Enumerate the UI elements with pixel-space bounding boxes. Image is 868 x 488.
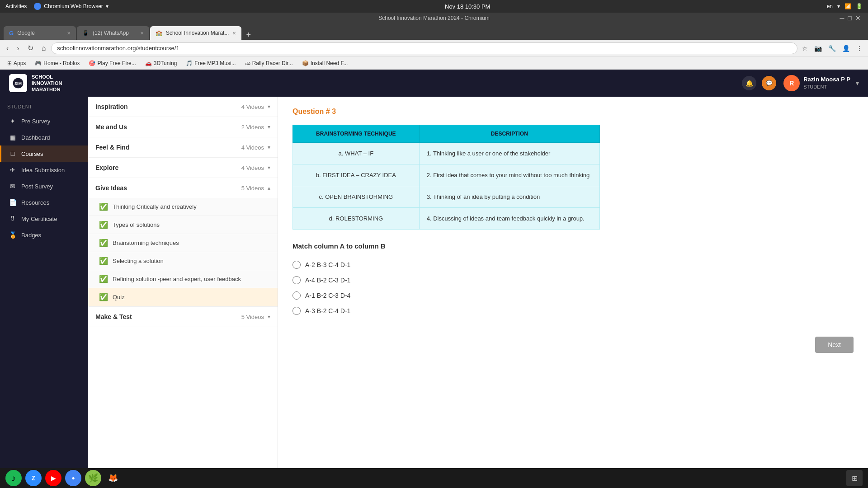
radio-input-3[interactable] bbox=[292, 291, 301, 300]
section-header-explore[interactable]: Explore 4 Videos ▾ bbox=[88, 158, 278, 178]
taskbar-app-icons: ♪ Z ▶ ● 🌿 🦊 bbox=[5, 470, 121, 486]
dashboard-icon: ▦ bbox=[9, 134, 17, 141]
taskbar-spotify[interactable]: ♪ bbox=[5, 470, 22, 486]
window-title: School Innovation Marathon 2024 - Chromi… bbox=[378, 15, 489, 21]
pre-survey-icon: ✦ bbox=[9, 117, 17, 125]
lesson-label-quiz: Quiz bbox=[113, 294, 125, 300]
taskbar-firefox[interactable]: 🦊 bbox=[105, 470, 121, 486]
bookmark-apps[interactable]: ⊞ Apps bbox=[4, 59, 29, 67]
sidebar-item-my-certificate[interactable]: 🎖 My Certificate bbox=[0, 211, 88, 227]
freefire-favicon: 🎯 bbox=[89, 60, 95, 66]
taskbar: ♪ Z ▶ ● 🌿 🦊 ⊞ bbox=[0, 468, 868, 488]
table-row-4: d. ROLESTORMING 4. Discussing of ideas a… bbox=[293, 208, 600, 230]
lesson-label-refining: Refining solution -peer and expert, user… bbox=[113, 276, 241, 282]
profile-button[interactable]: 👤 bbox=[840, 44, 852, 53]
bookmark-mp3[interactable]: 🎵 Free MP3 Musi... bbox=[182, 59, 239, 67]
close-button[interactable]: ✕ bbox=[855, 14, 861, 22]
sidebar-item-resources[interactable]: 📄 Resources bbox=[0, 194, 88, 211]
taskbar-apps-button[interactable]: ⊞ bbox=[846, 470, 863, 486]
radio-option-3[interactable]: A-1 B-2 C-3 D-4 bbox=[292, 288, 854, 303]
radio-option-1[interactable]: A-2 B-3 C-4 D-1 bbox=[292, 257, 854, 272]
lesson-refining[interactable]: ✅ Refining solution -peer and expert, us… bbox=[88, 270, 278, 288]
section-giveideas: Give Ideas 5 Videos ▴ ✅ Thinking Critica… bbox=[88, 178, 278, 307]
radio-input-1[interactable] bbox=[292, 261, 301, 269]
lesson-quiz[interactable]: ✅ Quiz bbox=[88, 288, 278, 306]
bookmark-rally[interactable]: 🏎 Rally Racer Dir... bbox=[241, 59, 297, 67]
user-avatar: R bbox=[783, 75, 800, 91]
tab-close-whatsapp[interactable]: ✕ bbox=[140, 31, 144, 36]
new-tab-button[interactable]: + bbox=[242, 30, 255, 40]
back-button[interactable]: ‹ bbox=[4, 43, 11, 53]
radio-option-2[interactable]: A-4 B-2 C-3 D-1 bbox=[292, 272, 854, 288]
user-dropdown-icon[interactable]: ▾ bbox=[856, 80, 859, 87]
radio-input-4[interactable] bbox=[292, 307, 301, 315]
sidebar-item-dashboard[interactable]: ▦ Dashboard bbox=[0, 129, 88, 145]
lesson-selecting[interactable]: ✅ Selecting a solution bbox=[88, 252, 278, 270]
lesson-thinking[interactable]: ✅ Thinking Critically and creatively bbox=[88, 198, 278, 216]
tab-close-google[interactable]: ✕ bbox=[67, 31, 71, 36]
section-videos-giveideas: 5 Videos bbox=[241, 185, 264, 192]
tab-close-school[interactable]: ✕ bbox=[232, 31, 236, 36]
section-header-meandus[interactable]: Me and Us 2 Videos ▾ bbox=[88, 117, 278, 137]
browser-dropdown-icon[interactable]: ▾ bbox=[106, 3, 108, 9]
bookmark-install-label: Install Need F... bbox=[311, 60, 348, 66]
apps-grid-icon: ⊞ bbox=[852, 474, 858, 483]
address-bar[interactable] bbox=[51, 42, 797, 54]
taskbar-zoom[interactable]: Z bbox=[25, 470, 42, 486]
bookmark-freefire[interactable]: 🎯 Play Free Fire... bbox=[85, 59, 139, 67]
taskbar-game[interactable]: 🌿 bbox=[85, 470, 101, 486]
radio-input-2[interactable] bbox=[292, 276, 301, 284]
bookmark-rally-label: Rally Racer Dir... bbox=[252, 60, 293, 66]
bookmark-roblox[interactable]: 🎮 Home - Roblox bbox=[31, 59, 83, 67]
bookmark-3dtuning[interactable]: 🚗 3DTuning bbox=[142, 59, 181, 67]
section-videos-meandus: 2 Videos bbox=[241, 124, 264, 131]
minimize-button[interactable]: ─ bbox=[840, 14, 844, 22]
notification-button[interactable]: 🔔 bbox=[742, 76, 756, 90]
reload-button[interactable]: ↻ bbox=[25, 43, 36, 53]
tab-whatsapp[interactable]: 📱 (12) WhatsApp ✕ bbox=[77, 26, 149, 40]
quiz-panel: Question # 3 BRAINSTORMING TECHNIQUE DES… bbox=[278, 97, 868, 488]
home-button[interactable]: ⌂ bbox=[39, 43, 49, 53]
table-row-3: c. OPEN BRAINSTORMING 3. Thinking of an … bbox=[293, 186, 600, 208]
radio-option-4[interactable]: A-3 B-2 C-4 D-1 bbox=[292, 303, 854, 319]
lesson-solutions[interactable]: ✅ Types of solutions bbox=[88, 216, 278, 234]
user-area[interactable]: R Razin Moosa P P STUDENT ▾ bbox=[783, 75, 859, 91]
extensions-button[interactable]: 🔧 bbox=[826, 44, 838, 53]
section-title-giveideas: Give Ideas bbox=[95, 184, 127, 192]
section-header-inspiration[interactable]: Inspiration 4 Videos ▾ bbox=[88, 97, 278, 117]
section-header-giveideas[interactable]: Give Ideas 5 Videos ▴ bbox=[88, 178, 278, 198]
sidebar-item-pre-survey[interactable]: ✦ Pre Survey bbox=[0, 113, 88, 129]
bookmark-install[interactable]: 📦 Install Need F... bbox=[298, 59, 352, 67]
maximize-button[interactable]: □ bbox=[848, 14, 852, 22]
tab-google[interactable]: G Google ✕ bbox=[4, 26, 76, 40]
lang-dropdown-icon[interactable]: ▾ bbox=[837, 3, 840, 9]
menu-button[interactable]: ⋮ bbox=[854, 44, 864, 53]
lang-indicator[interactable]: en bbox=[827, 3, 833, 9]
sidebar-item-post-survey[interactable]: ✉ Post Survey bbox=[0, 178, 88, 194]
section-header-feelfind[interactable]: Feel & Find 4 Videos ▾ bbox=[88, 137, 278, 157]
tab-school[interactable]: 🏫 School Innovation Marat... ✕ bbox=[150, 26, 241, 40]
user-name: Razin Moosa P P bbox=[803, 76, 850, 84]
forward-button[interactable]: › bbox=[14, 43, 22, 53]
sidebar-item-courses[interactable]: □ Courses bbox=[0, 145, 88, 162]
bookmark-mp3-label: Free MP3 Musi... bbox=[194, 60, 236, 66]
tab-favicon-google: G bbox=[9, 30, 14, 37]
screenshot-button[interactable]: 📷 bbox=[812, 44, 824, 53]
taskbar-youtube[interactable]: ▶ bbox=[45, 470, 61, 486]
section-header-maketest[interactable]: Make & Test 5 Videos ▾ bbox=[88, 307, 278, 327]
table-row-1: a. WHAT – IF 1. Thinking like a user or … bbox=[293, 143, 600, 164]
radio-label-1: A-2 B-3 C-4 D-1 bbox=[305, 261, 350, 268]
bookmark-button[interactable]: ☆ bbox=[800, 44, 810, 53]
table-row-2: b. FIRST IDEA – CRAZY IDEA 2. First idea… bbox=[293, 164, 600, 186]
sidebar-item-idea-submission[interactable]: ✈ Idea Submission bbox=[0, 162, 88, 178]
chat-button[interactable]: 💬 bbox=[762, 76, 776, 90]
sidebar-item-label-pre-survey: Pre Survey bbox=[21, 118, 50, 125]
activities-label[interactable]: Activities bbox=[5, 3, 27, 9]
taskbar-chromium[interactable]: ● bbox=[65, 470, 81, 486]
lesson-brainstorming[interactable]: ✅ Brainstorming techniques bbox=[88, 234, 278, 252]
next-button[interactable]: Next bbox=[815, 337, 854, 353]
header-icons: 🔔 💬 bbox=[742, 76, 776, 90]
sidebar-item-badges[interactable]: 🏅 Badges bbox=[0, 227, 88, 243]
3dtuning-favicon: 🚗 bbox=[145, 60, 152, 66]
tab-bar: G Google ✕ 📱 (12) WhatsApp ✕ 🏫 School In… bbox=[0, 23, 868, 40]
